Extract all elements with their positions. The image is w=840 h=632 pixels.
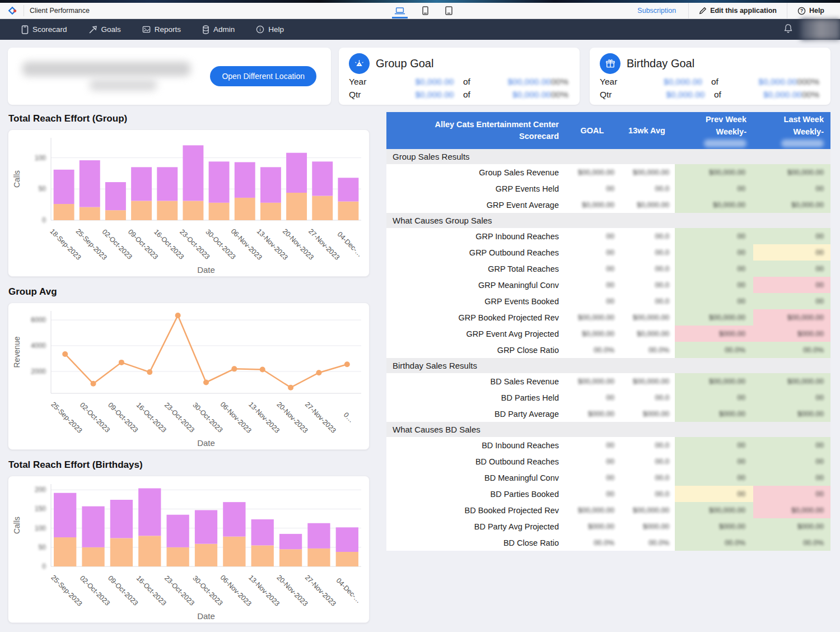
edit-application-button[interactable]: Edit this application — [689, 3, 787, 18]
cell-value-masked: $00,000.00 — [753, 373, 830, 389]
cell-value-masked: 00.0 — [619, 389, 675, 406]
row-label: Group Sales Revenue — [386, 164, 566, 180]
cell-value-masked: 00 — [675, 486, 753, 502]
main-navigation: Scorecard Goals Reports Admin i Help — [0, 19, 840, 40]
pencil-icon — [699, 7, 707, 15]
svg-text:0…: 0… — [342, 411, 356, 424]
cell-value-masked: 00 — [566, 389, 619, 406]
cell-value-masked: $0,000.00 — [675, 197, 753, 213]
cell-value-masked: 00.0 — [619, 470, 675, 486]
cell-value-masked: $00,000.00 — [619, 373, 675, 389]
cell-value-masked: 00.0 — [619, 228, 675, 244]
goal-target-masked: $00,000.00 — [479, 77, 551, 87]
cell-value-masked: $0,000.00 — [619, 197, 675, 213]
svg-text:Date: Date — [197, 438, 215, 448]
cell-value-masked: 00 — [753, 293, 830, 309]
summary-cards-row: Open Different Location Group Goal Year … — [8, 48, 830, 105]
page-content: Open Different Location Group Goal Year … — [0, 40, 840, 632]
nav-item-scorecard[interactable]: Scorecard — [21, 25, 67, 34]
goal-card-title: Group Goal — [376, 57, 433, 70]
cell-value-masked: $000.00 — [566, 406, 619, 422]
phone-view-button[interactable] — [420, 3, 431, 18]
svg-text:0: 0 — [42, 563, 46, 570]
table-row: GRP Inbound Reaches0000.00000 — [386, 228, 830, 244]
row-label: GRP Inbound Reaches — [386, 228, 566, 244]
subscription-link[interactable]: Subscription — [625, 7, 688, 15]
cell-value-masked: $00,000.00 — [753, 164, 830, 180]
svg-text:?: ? — [800, 8, 803, 13]
divider — [24, 5, 24, 16]
cell-value-masked: $0,000.00 — [566, 197, 619, 213]
cell-value-masked: $000.00 — [675, 326, 753, 342]
row-label: GRP Event Avg Projected — [386, 326, 566, 342]
column-header-goal: GOAL — [566, 126, 619, 135]
cell-value-masked: 00 — [675, 180, 753, 197]
cell-value-masked: 00.0% — [753, 535, 830, 551]
cell-value-masked: 00.0% — [619, 535, 675, 551]
cell-value-masked: $0,000.00 — [566, 326, 619, 342]
device-preview-switcher — [392, 3, 455, 18]
row-label: BD Party Avg Projected — [386, 518, 566, 535]
table-row: BD Close Ratio00.0%00.0%00.0%00.0% — [386, 535, 830, 551]
cell-value-masked: $000.00 — [675, 518, 753, 535]
cell-value-masked: 00 — [675, 261, 753, 277]
cell-value-masked: $000.00 — [753, 406, 830, 422]
cell-value-masked: 00 — [753, 486, 830, 502]
table-row: GRP Events Booked0000.00000 — [386, 293, 830, 309]
nav-item-admin[interactable]: Admin — [202, 25, 235, 34]
location-card: Open Different Location — [8, 48, 331, 105]
table-row: GRP Close Ratio00.0%00.0%00.0%00.0% — [386, 342, 830, 358]
chart-title-group-reach: Total Reach Effort (Group) — [8, 113, 377, 124]
title-bar: Client Performance Subscription Edit thi… — [0, 3, 840, 19]
nav-item-reports[interactable]: Reports — [142, 25, 181, 34]
goal-year-row: Year $0,000.00 of $00,000.00 00% — [349, 77, 568, 87]
goal-qtr-row: Qtr $0,000.00 of $0,000.00 00% — [349, 90, 568, 100]
cell-value-masked: $00,000.00 — [619, 164, 675, 180]
svg-text:Calls: Calls — [12, 170, 21, 188]
help-button[interactable]: ? Help — [787, 3, 834, 18]
row-label: BD Outbound Reaches — [386, 453, 566, 470]
table-row: GRP Events Held0000.00000 — [386, 180, 830, 197]
week-date-masked — [704, 140, 746, 147]
goal-pct-masked: 00% — [551, 77, 568, 87]
cell-value-masked: $00,000.00 — [566, 164, 619, 180]
week-date-masked — [781, 140, 824, 147]
section-header: Birthday Sales Results — [386, 358, 830, 373]
cell-value-masked: 00 — [675, 389, 753, 406]
svg-text:Calls: Calls — [12, 517, 21, 534]
goal-pct-masked: 000% — [797, 77, 819, 87]
nav-item-goals[interactable]: Goals — [88, 25, 121, 34]
svg-text:50: 50 — [39, 543, 46, 551]
cell-value-masked: $0,000.00 — [753, 502, 830, 518]
cell-value-masked: 00 — [566, 437, 619, 453]
cell-value-masked: $00,000.00 — [566, 502, 619, 518]
cell-value-masked: 00 — [753, 437, 830, 453]
table-row: BD Outbound Reaches0000.00000 — [386, 453, 830, 470]
nav-item-help[interactable]: i Help — [256, 25, 284, 34]
cell-value-masked: 00 — [675, 244, 753, 261]
page-title: Client Performance — [30, 7, 90, 15]
cell-value-masked: 00 — [566, 293, 619, 309]
table-row: BD Party Average$000.00$000.00$000.00$00… — [386, 406, 830, 422]
cell-value-masked: 00 — [753, 277, 830, 293]
desktop-view-button[interactable] — [392, 3, 408, 18]
scorecard-icon — [21, 25, 29, 34]
cell-value-masked: 00 — [566, 470, 619, 486]
cell-value-masked: 00 — [675, 277, 753, 293]
svg-text:Revenue: Revenue — [12, 336, 21, 368]
user-account-masked[interactable] — [801, 19, 840, 40]
table-row: BD Parties Booked0000.00000 — [386, 486, 830, 502]
table-row: BD Party Avg Projected$000.00$000.00$000… — [386, 518, 830, 535]
scorecard-table: Alley Cats Entertainment Center Scorecar… — [386, 112, 830, 551]
notifications-bell-icon[interactable] — [783, 24, 793, 36]
goal-target-masked: $0,000.00 — [479, 90, 551, 100]
goal-pct-masked: 00% — [551, 90, 568, 100]
chart-title-birthday-reach: Total Reach Effort (Birthdays) — [8, 459, 377, 471]
cell-value-masked: 00 — [566, 486, 619, 502]
svg-text:2000: 2000 — [31, 368, 46, 375]
cell-value-masked: $00,000.00 — [619, 309, 675, 326]
cell-value-masked: 00 — [675, 228, 753, 244]
tablet-view-button[interactable] — [443, 3, 455, 18]
goal-target-masked: $0,000.00 — [730, 90, 802, 100]
open-different-location-button[interactable]: Open Different Location — [210, 66, 316, 86]
